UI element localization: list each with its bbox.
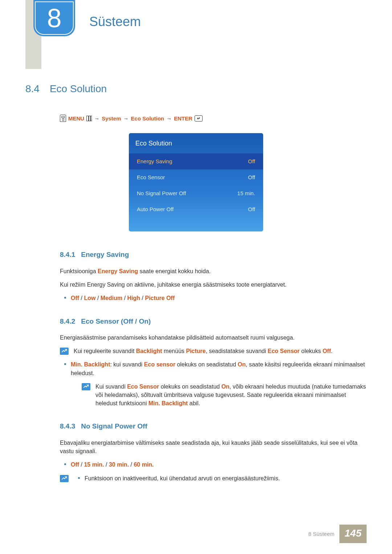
note-text: Kui reguleerite suvandit Backlight menüü…: [74, 347, 367, 355]
arrow-icon: →: [166, 115, 172, 123]
section-title: Eco Solution: [50, 82, 107, 97]
subsection-number: 8.4.3: [60, 422, 75, 430]
page-footer: 8 Süsteem 145: [309, 525, 367, 543]
menupath-system: System: [102, 115, 121, 123]
osd-row-value: Off: [248, 173, 255, 181]
subsection-number: 8.4.2: [60, 317, 75, 325]
chapter-header: 8 Süsteem: [25, 0, 367, 42]
menupath-menu: MENU: [68, 115, 84, 123]
osd-row-label: Eco Sensor: [137, 173, 165, 181]
section-number: 8.4: [25, 82, 40, 97]
option-item: Off / Low / Medium / High / Picture Off: [60, 294, 367, 302]
osd-row-label: No Signal Power Off: [137, 189, 186, 197]
osd-row-no-signal[interactable]: No Signal Power Off 15 min.: [129, 185, 263, 201]
option-list: Off / Low / Medium / High / Picture Off: [60, 294, 367, 302]
osd-title: Eco Solution: [129, 133, 263, 153]
option-item: Min. Backlight: kui suvandi Eco sensor o…: [60, 360, 367, 407]
subsection-eco-sensor: 8.4.2Eco Sensor (Off / On) Energiasäästm…: [60, 316, 367, 408]
footer-page-number: 145: [339, 525, 367, 543]
chapter-title: Süsteem: [89, 12, 141, 31]
menupath-eco: Eco Solution: [131, 115, 164, 123]
option-list: Off / 15 min. / 30 min. / 60 min.: [60, 460, 367, 469]
subsection-heading: 8.4.1Energy Saving: [60, 250, 367, 260]
option-item: Off / 15 min. / 30 min. / 60 min.: [60, 460, 367, 469]
subsection-energy-saving: 8.4.1Energy Saving Funktsiooniga Energy …: [60, 250, 367, 302]
subsection-title: Eco Sensor (Off / On): [81, 317, 151, 325]
chapter-number-box: 8: [35, 1, 74, 35]
note: Funktsioon on inaktiveeritud, kui ühenda…: [60, 474, 367, 488]
osd-row-value: Off: [248, 205, 255, 213]
osd-row-value: Off: [248, 157, 255, 165]
menu-path: MENU → System → Eco Solution → ENTER ↵: [60, 115, 367, 123]
note-bullet: Funktsioon on inaktiveeritud, kui ühenda…: [74, 474, 367, 483]
osd-row-eco-sensor[interactable]: Eco Sensor Off: [129, 169, 263, 185]
option-list: Min. Backlight: kui suvandi Eco sensor o…: [60, 360, 367, 407]
paragraph: Funktsiooniga Energy Saving saate energi…: [60, 267, 367, 275]
menupath-enter: ENTER: [174, 115, 192, 123]
enter-icon: ↵: [195, 115, 203, 122]
osd-menu: Eco Solution Energy Saving Off Eco Senso…: [129, 133, 263, 231]
osd-row-energy-saving[interactable]: Energy Saving Off: [129, 153, 263, 169]
paragraph: Energiasäästmise parandamiseks kohandata…: [60, 333, 367, 342]
note-text: Funktsioon on inaktiveeritud, kui ühenda…: [74, 474, 367, 488]
osd-row-auto-power[interactable]: Auto Power Off Off: [129, 201, 263, 217]
subsection-heading: 8.4.3No Signal Power Off: [60, 421, 367, 431]
remote-icon: [60, 115, 66, 122]
menu-grid-icon: [86, 116, 92, 121]
note-text: Kui suvandi Eco Sensor olekuks on seadis…: [95, 382, 367, 408]
arrow-icon: →: [123, 115, 129, 123]
osd-row-label: Energy Saving: [137, 157, 172, 165]
paragraph: Ebavajaliku energiatarbimise vältimiseks…: [60, 439, 367, 455]
subsection-heading: 8.4.2Eco Sensor (Off / On): [60, 316, 367, 327]
note: Kui suvandi Eco Sensor olekuks on seadis…: [82, 382, 367, 408]
arrow-icon: →: [94, 115, 99, 123]
footer-chapter-label: 8 Süsteem: [309, 530, 335, 538]
paragraph: Kui režiim Energy Saving on aktiivne, ju…: [60, 280, 367, 289]
note: Kui reguleerite suvandit Backlight menüü…: [60, 347, 367, 355]
note-icon: [60, 475, 69, 482]
note-icon: [60, 348, 69, 355]
osd-row-value: 15 min.: [237, 189, 255, 197]
section-heading: 8.4 Eco Solution: [25, 82, 367, 97]
chapter-number: 8: [47, 0, 61, 37]
subsection-title: No Signal Power Off: [81, 422, 147, 430]
subsection-no-signal: 8.4.3No Signal Power Off Ebavajaliku ene…: [60, 421, 367, 487]
subsection-title: Energy Saving: [81, 251, 129, 258]
osd-row-label: Auto Power Off: [137, 205, 173, 213]
note-icon: [82, 383, 90, 390]
subsection-number: 8.4.1: [60, 251, 75, 258]
